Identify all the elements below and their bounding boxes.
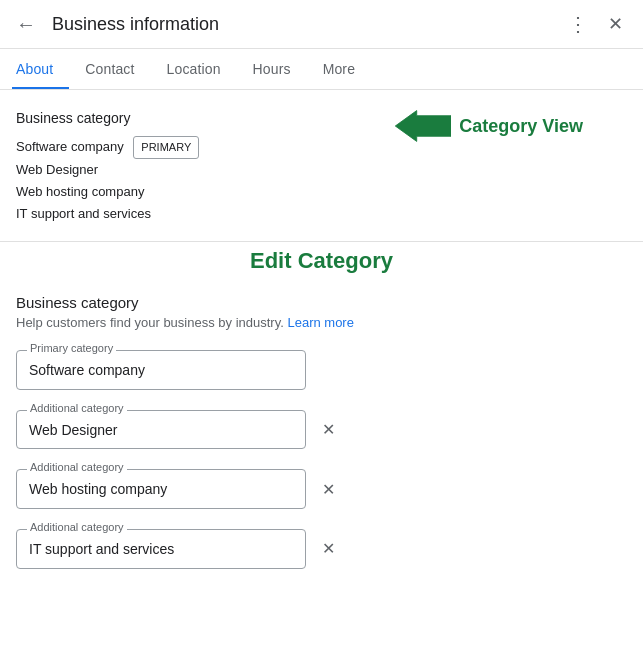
- remove-category-3-button[interactable]: ✕: [318, 535, 339, 562]
- remove-category-1-button[interactable]: ✕: [318, 416, 339, 443]
- tab-contact[interactable]: Contact: [69, 49, 150, 89]
- remove-category-2-button[interactable]: ✕: [318, 476, 339, 503]
- additional-category-field-3[interactable]: Additional category IT support and servi…: [16, 529, 306, 569]
- content-area: Business category Software company PRIMA…: [0, 90, 643, 640]
- more-menu-button[interactable]: ⋮: [560, 8, 596, 40]
- svg-marker-0: [396, 111, 452, 142]
- additional-category-field-group-3: Additional category IT support and servi…: [16, 529, 627, 569]
- category-view-label: Category View: [459, 116, 583, 137]
- category-view-annotation: Category View: [391, 108, 583, 144]
- edit-section-title: Business category: [16, 294, 627, 311]
- primary-badge: PRIMARY: [133, 136, 199, 159]
- help-text: Help customers find your business by ind…: [16, 315, 284, 330]
- back-button[interactable]: ←: [12, 9, 40, 40]
- primary-category-field-group: Primary category Software company: [16, 350, 627, 390]
- learn-more-link[interactable]: Learn more: [287, 315, 353, 330]
- additional-category-label-3: Additional category: [27, 522, 127, 533]
- arrow-icon: [391, 108, 451, 144]
- additional-category-value-2: Web hosting company: [29, 480, 293, 500]
- additional-category-value-3: IT support and services: [29, 540, 293, 560]
- list-item: Web hosting company: [16, 181, 627, 203]
- tab-hours[interactable]: Hours: [237, 49, 307, 89]
- additional-category-field-group-1: Additional category Web Designer ✕: [16, 410, 627, 450]
- additional-category-label-2: Additional category: [27, 462, 127, 473]
- edit-section-help: Help customers find your business by ind…: [16, 315, 627, 330]
- additional-category-field-2[interactable]: Additional category Web hosting company: [16, 469, 306, 509]
- tab-about[interactable]: About: [12, 49, 69, 89]
- primary-category-field[interactable]: Primary category Software company: [16, 350, 306, 390]
- category-view-section: Business category Software company PRIMA…: [0, 90, 643, 242]
- category-list: Software company PRIMARY Web Designer We…: [16, 136, 627, 225]
- primary-category-label: Primary category: [27, 343, 116, 354]
- page-title: Business information: [52, 14, 560, 35]
- category-name-primary: Software company: [16, 139, 124, 154]
- tab-location[interactable]: Location: [151, 49, 237, 89]
- nav-tabs: About Contact Location Hours More: [0, 49, 643, 90]
- edit-section: Business category Help customers find yo…: [0, 278, 643, 608]
- list-item: Web Designer: [16, 159, 627, 181]
- additional-category-label-1: Additional category: [27, 403, 127, 414]
- additional-category-field-group-2: Additional category Web hosting company …: [16, 469, 627, 509]
- tab-more[interactable]: More: [307, 49, 371, 89]
- additional-category-field-1[interactable]: Additional category Web Designer: [16, 410, 306, 450]
- header: ← Business information ⋮ ✕: [0, 0, 643, 49]
- edit-category-annotation: Edit Category: [0, 242, 643, 278]
- additional-category-value-1: Web Designer: [29, 421, 293, 441]
- list-item: IT support and services: [16, 203, 627, 225]
- close-button[interactable]: ✕: [600, 9, 631, 39]
- primary-category-value: Software company: [29, 361, 293, 381]
